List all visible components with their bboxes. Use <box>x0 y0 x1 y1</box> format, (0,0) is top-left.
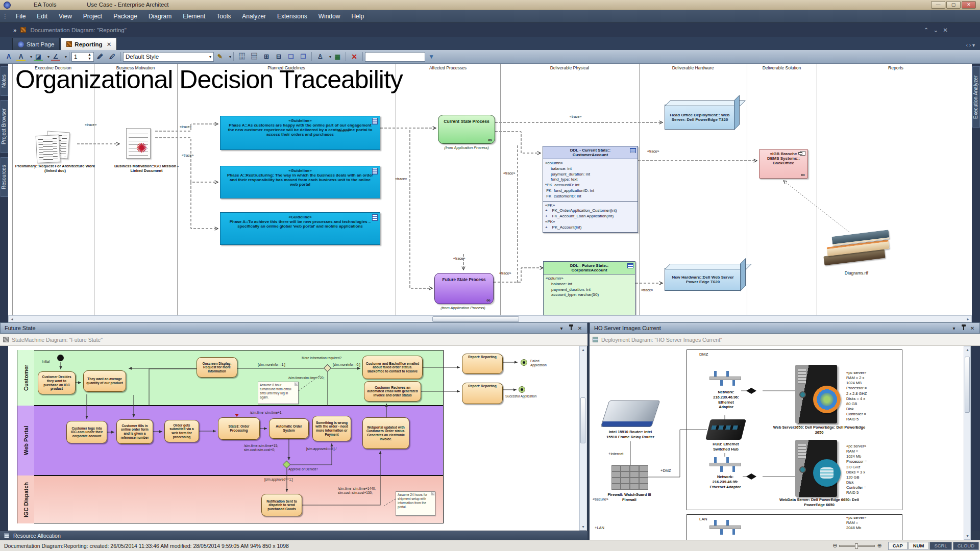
menu-view[interactable]: View <box>53 11 78 21</box>
guideline-2[interactable]: «Guideline» Phase A::Restructuring: The … <box>220 166 380 198</box>
final-node-failed[interactable] <box>521 359 527 366</box>
zoom-in-icon[interactable]: ⊕ <box>877 542 881 549</box>
menu-diagram[interactable]: Diagram <box>143 11 177 21</box>
chevron-down-icon[interactable]: ▾ <box>558 325 565 331</box>
state-something-wrong[interactable]: Something is wrong with the order - need… <box>312 416 351 441</box>
device-firewall[interactable] <box>611 465 648 490</box>
diagram-options-icon[interactable]: ▦ <box>333 52 342 61</box>
chevron-down-icon[interactable]: ▾ <box>47 55 50 59</box>
auto-layout-icon[interactable]: ♙ <box>315 52 325 61</box>
style-selector[interactable]: Default Style▾ <box>123 52 214 62</box>
eyedropper-icon[interactable]: 🖊 <box>108 52 117 61</box>
apply-style-button[interactable]: ✎ <box>215 52 225 61</box>
main-horizontal-scrollbar[interactable]: ◂▸ <box>8 315 972 322</box>
menu-extensions[interactable]: Extensions <box>272 11 313 21</box>
scrollbar-thumb[interactable] <box>580 397 585 443</box>
maximize-button[interactable]: ▢ <box>946 1 961 9</box>
class-ddl-future-corporateaccount[interactable]: DDL - Future State:: CorporateAccount «c… <box>543 261 635 315</box>
menu-project[interactable]: Project <box>78 11 108 21</box>
state-webportal-updated[interactable]: Webportal updated with Customers Order s… <box>362 417 409 449</box>
state-customer-logs-in[interactable]: Customer logs into IGC.com under their c… <box>66 421 107 443</box>
guideline-3[interactable]: «Guideline» Phase A::To achieve this the… <box>220 212 380 245</box>
chevron-down-icon[interactable]: ▾ <box>229 55 231 59</box>
close-button[interactable]: ✕ <box>962 1 976 9</box>
sidebar-tab-resources[interactable]: Resources <box>1 157 8 197</box>
menu-analyzer[interactable]: Analyzer <box>236 11 272 21</box>
chevron-down-icon[interactable]: ▾ <box>65 55 67 59</box>
menu-window[interactable]: Window <box>313 11 346 21</box>
device-ethernet-adaptor-2[interactable] <box>709 457 741 473</box>
close-icon[interactable]: ✕ <box>969 325 975 331</box>
bring-forward-icon[interactable]: ❏ <box>286 52 296 61</box>
align-right-icon[interactable]: ⿳ <box>250 52 259 61</box>
slider-thumb[interactable] <box>855 543 858 549</box>
menu-element[interactable]: Element <box>177 11 211 21</box>
font-button[interactable]: A <box>4 52 13 61</box>
state-notification-dispatch[interactable]: Notification Sent to dispatch to send pu… <box>261 494 302 516</box>
chevron-down-icon[interactable]: ▾ <box>30 55 32 59</box>
send-back-icon[interactable]: ❐ <box>299 52 308 61</box>
ho-canvas[interactable]: DMZ LAN Network: 216.239.46.96: Ethernet… <box>590 346 971 540</box>
sidebar-tab-project-browser[interactable]: Project Browser <box>1 100 8 153</box>
menu-tools[interactable]: Tools <box>211 11 236 21</box>
fill-color-button[interactable]: ◪ <box>34 52 43 61</box>
toggle-num[interactable]: NUM <box>909 542 929 550</box>
format-painter-icon[interactable]: 🖉 <box>95 52 105 61</box>
tab-close-icon[interactable]: ✕ <box>107 41 112 48</box>
chevron-down-icon[interactable]: ▾ <box>329 55 331 59</box>
state-receives-email[interactable]: Customer Recieves an automated email wit… <box>364 381 421 402</box>
resource-allocation-bar[interactable]: Resource Allocation <box>0 531 587 540</box>
state-order-form[interactable]: Customer fills in online order form and … <box>116 419 153 444</box>
menu-help[interactable]: Help <box>346 11 370 21</box>
scrollbar-thumb[interactable] <box>965 357 970 413</box>
pin-icon[interactable] <box>571 327 572 330</box>
final-node-success[interactable] <box>519 386 525 393</box>
filter-icon[interactable]: ▼ <box>427 52 436 61</box>
artifact-diagrams-rtf[interactable] <box>821 228 892 269</box>
node-head-office-server[interactable]: Head Office Deployment:: Web Server: Del… <box>665 105 735 130</box>
chevron-right-icon[interactable]: » <box>0 27 20 33</box>
toggle-cap[interactable]: CAP <box>888 542 908 550</box>
space-across-icon[interactable]: ⊞ <box>262 52 271 61</box>
ho-vertical-scrollbar[interactable]: ▴▾ <box>964 346 971 540</box>
note-24-hours[interactable]: Assume 24 hours for shipment setup with … <box>396 491 435 516</box>
menu-edit[interactable]: Edit <box>31 11 53 21</box>
menu-package[interactable]: Package <box>108 11 143 21</box>
minimize-button[interactable]: — <box>931 1 945 9</box>
device-hub[interactable] <box>705 419 746 440</box>
device-ethernet-adaptor-1[interactable] <box>709 370 741 387</box>
sidebar-tab-execution-analyzer[interactable]: Execution Analyzer <box>972 66 980 128</box>
node-new-hardware-server[interactable]: New Hardware::Dell Web Server Power Edge… <box>665 268 741 291</box>
note-8-hour[interactable]: Assume 8 hour turnaround from email sms … <box>258 382 299 404</box>
future-state-canvas[interactable]: Customer Web Portal IGC Dispatch <box>8 346 587 531</box>
current-state-process[interactable]: Current State Process ∞ <box>438 115 495 144</box>
zoom-slider[interactable] <box>839 545 875 547</box>
search-input[interactable] <box>365 52 425 62</box>
future-state-process[interactable]: Future State Process ∞ <box>434 273 494 304</box>
state-onscreen-display[interactable]: Onscreen Display: Request for more infor… <box>197 357 237 378</box>
breadcrumb[interactable]: Documentation Diagram: "Reporting" <box>30 27 126 33</box>
align-left-icon[interactable]: ⿲ <box>237 52 247 61</box>
sidebar-tab-notes[interactable]: Notes <box>1 66 8 96</box>
panel-dock-icons[interactable]: ⌃ ⌄ ✕ <box>924 27 980 34</box>
line-width-stepper[interactable]: 1▲▼ <box>71 52 94 62</box>
device-ethernet-adaptor-3[interactable] <box>709 519 741 536</box>
state-order-processing[interactable]: State3: Order Processing <box>218 417 260 440</box>
menu-file[interactable]: File <box>10 11 31 21</box>
state-report-2[interactable]: Report: Reporting <box>462 383 503 404</box>
main-diagram-canvas[interactable]: Executive Decision Business Motivation P… <box>8 64 972 315</box>
guideline-1[interactable]: «Guideline» Phase A::As customers are ha… <box>220 116 380 150</box>
pin-icon[interactable] <box>963 327 964 330</box>
state-report-1[interactable]: Report: Reporting <box>462 354 503 374</box>
tab-reporting[interactable]: Reporting ✕ <box>61 38 117 50</box>
device-router[interactable] <box>601 400 660 427</box>
class-ddl-current-customeraccount[interactable]: DDL - Current State:: CustomerAccount «c… <box>543 146 638 233</box>
chevron-down-icon[interactable]: ▾ <box>951 325 957 331</box>
state-failed-email[interactable]: Customer and Backoffice emailed about fa… <box>362 356 423 379</box>
scrollbar-thumb[interactable] <box>432 316 519 322</box>
zoom-out-icon[interactable]: ⊖ <box>832 542 837 549</box>
font-color-button[interactable]: A <box>16 52 26 61</box>
component-dbms-backoffice[interactable]: «IGB Branch» DBMS Systems:: BackOffice ∞ <box>759 149 808 179</box>
state-automatic-order[interactable]: Automatic Order System <box>269 418 309 439</box>
state-customer-decides[interactable]: Customer Decides they want to purchase a… <box>38 371 76 394</box>
